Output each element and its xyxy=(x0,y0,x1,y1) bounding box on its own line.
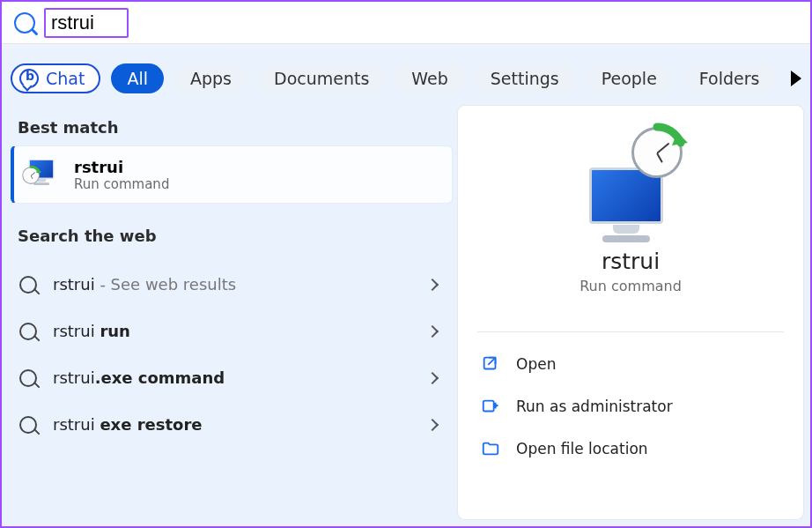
best-match-text: rstrui Run command xyxy=(74,158,169,192)
filter-documents[interactable]: Documents xyxy=(258,63,385,93)
web-result-text: rstrui - See web results xyxy=(53,275,236,294)
detail-pane: rstrui Run command Open Run as administr… xyxy=(458,106,803,519)
detail-header: rstrui Run command xyxy=(458,106,803,316)
shield-icon xyxy=(481,397,500,416)
more-filters-arrow-icon[interactable] xyxy=(791,71,801,86)
system-restore-icon xyxy=(582,132,679,229)
filter-people[interactable]: People xyxy=(586,63,673,93)
folder-icon xyxy=(481,439,500,458)
detail-title: rstrui xyxy=(602,249,660,274)
separator xyxy=(477,331,784,332)
action-open-location[interactable]: Open file location xyxy=(469,428,793,470)
filter-all[interactable]: All xyxy=(111,63,164,93)
search-icon xyxy=(19,369,37,387)
action-run-admin[interactable]: Run as administrator xyxy=(469,385,793,428)
search-icon xyxy=(19,323,37,340)
best-match-heading: Best match xyxy=(11,113,453,145)
results-column: Best match rstrui Run command Search the… xyxy=(5,106,458,519)
chat-pill[interactable]: Chat xyxy=(11,63,100,93)
filter-web[interactable]: Web xyxy=(395,63,463,93)
best-match-item[interactable]: rstrui Run command xyxy=(11,145,453,204)
search-bar xyxy=(2,2,810,44)
action-open[interactable]: Open xyxy=(469,343,793,385)
detail-subtitle: Run command xyxy=(579,278,682,294)
filter-row: Chat All Apps Documents Web Settings Peo… xyxy=(2,44,810,106)
filter-apps[interactable]: Apps xyxy=(174,63,247,93)
web-result-text: rstrui exe restore xyxy=(53,415,203,434)
search-highlight-box xyxy=(44,8,129,38)
best-match-subtitle: Run command xyxy=(74,176,169,192)
filter-settings[interactable]: Settings xyxy=(475,63,575,93)
search-icon xyxy=(19,276,37,294)
content-body: Best match rstrui Run command Search the… xyxy=(2,106,810,519)
web-result[interactable]: rstrui - See web results xyxy=(11,261,453,308)
search-input[interactable] xyxy=(51,11,122,34)
web-results-list: rstrui - See web results rstrui run rstr… xyxy=(11,261,453,448)
action-label: Run as administrator xyxy=(516,398,673,415)
best-match-title: rstrui xyxy=(74,158,169,176)
svg-rect-3 xyxy=(484,401,494,412)
search-icon xyxy=(14,12,35,33)
chevron-right-icon xyxy=(426,371,439,383)
bing-chat-icon xyxy=(19,69,39,88)
chevron-right-icon xyxy=(426,418,439,430)
action-label: Open xyxy=(516,355,556,373)
open-icon xyxy=(481,354,500,374)
web-result-text: rstrui.exe command xyxy=(53,368,225,387)
web-result[interactable]: rstrui.exe command xyxy=(11,354,453,401)
chat-label: Chat xyxy=(46,69,85,88)
action-label: Open file location xyxy=(516,440,648,457)
chevron-right-icon xyxy=(426,324,439,337)
web-result[interactable]: rstrui exe restore xyxy=(11,401,453,448)
action-list: Open Run as administrator Open file loca… xyxy=(458,338,803,475)
chevron-right-icon xyxy=(426,278,439,290)
web-result-text: rstrui run xyxy=(53,322,130,340)
web-heading: Search the web xyxy=(11,221,453,254)
system-restore-icon xyxy=(26,168,39,181)
web-result[interactable]: rstrui run xyxy=(11,308,453,354)
search-icon xyxy=(19,416,37,434)
filter-folders[interactable]: Folders xyxy=(683,63,776,93)
